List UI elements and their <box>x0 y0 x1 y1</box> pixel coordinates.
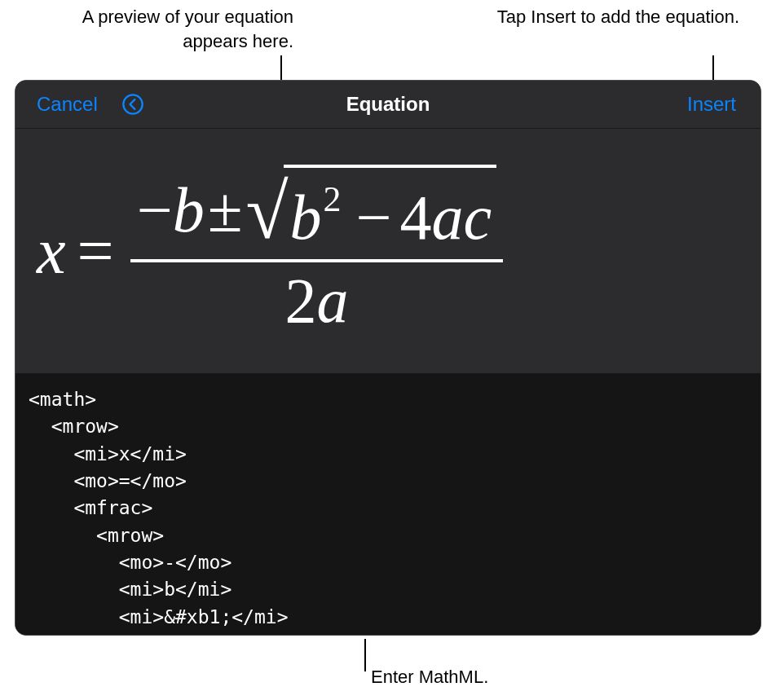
undo-icon[interactable] <box>121 92 145 117</box>
mathml-code[interactable]: <math> <mrow> <mi>x</mi> <mo>=</mo> <mfr… <box>29 386 747 631</box>
radicand-a: a <box>432 181 464 254</box>
callout-mathml: Enter MathML. <box>371 667 488 688</box>
numerator-b: b <box>173 174 205 247</box>
denominator-2: 2 <box>284 265 316 336</box>
equation-render: x = − b ± √ b 2 − 4 a c <box>37 165 503 337</box>
callout-preview: A preview of your equation appears here. <box>33 5 293 53</box>
cancel-button[interactable]: Cancel <box>37 93 98 116</box>
equation-fraction: − b ± √ b 2 − 4 a c <box>130 165 504 337</box>
radical-sign: √ <box>245 167 288 257</box>
numerator-minus: − <box>137 174 173 247</box>
dialog-header: Cancel Equation Insert <box>15 81 761 129</box>
radicand-minus: − <box>356 181 392 254</box>
insert-button[interactable]: Insert <box>687 93 736 116</box>
radicand-4: 4 <box>400 181 432 254</box>
callout-line <box>364 639 366 671</box>
numerator-pm: ± <box>208 174 243 247</box>
mathml-input[interactable]: <math> <mrow> <mi>x</mi> <mo>=</mo> <mfr… <box>15 373 761 635</box>
equation-lhs: x <box>37 214 66 288</box>
equation-numerator: − b ± √ b 2 − 4 a c <box>130 165 504 259</box>
radicand: b 2 − 4 a c <box>284 165 497 256</box>
equation-dialog: Cancel Equation Insert x = − b ± √ <box>15 80 761 636</box>
svg-point-0 <box>123 95 142 113</box>
equation-denominator: 2a <box>284 262 348 337</box>
radicand-b: b <box>290 181 322 254</box>
radicand-c: c <box>464 181 492 254</box>
callout-insert: Tap Insert to add the equation. <box>495 5 739 29</box>
sqrt-icon: √ b 2 − 4 a c <box>245 165 496 256</box>
dialog-title: Equation <box>346 93 430 116</box>
equation-equals: = <box>77 214 114 288</box>
equation-preview: x = − b ± √ b 2 − 4 a c <box>15 129 761 373</box>
radicand-exp: 2 <box>324 178 342 220</box>
denominator-a: a <box>316 265 348 336</box>
